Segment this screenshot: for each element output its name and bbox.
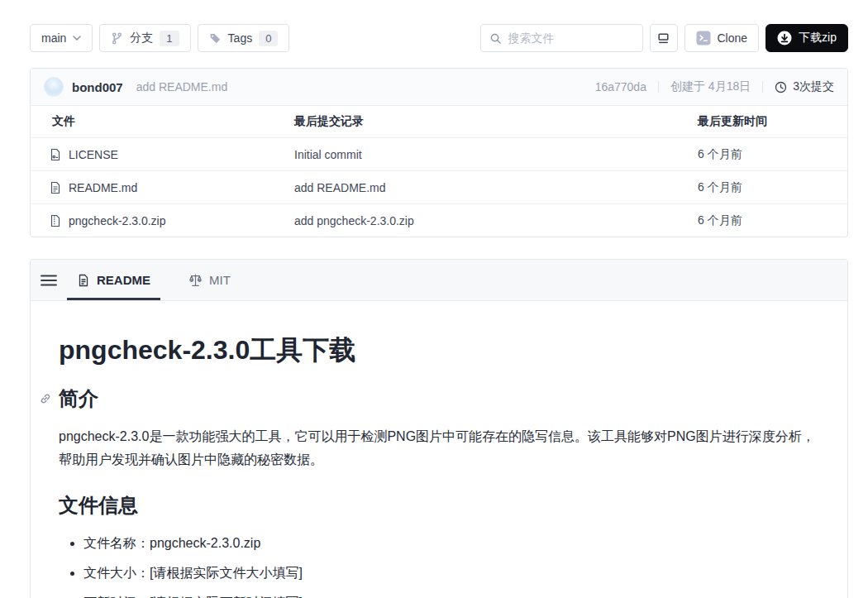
readme-header: README MIT bbox=[31, 260, 847, 301]
commit-created: 创建于 4月18日 bbox=[670, 79, 751, 94]
divider bbox=[658, 81, 659, 93]
git-branch-icon bbox=[111, 32, 123, 45]
download-zip-label: 下载zip bbox=[799, 31, 837, 45]
readme-content: pngcheck-2.3.0工具下载 简介 pngcheck-2.3.0是一款功… bbox=[31, 301, 847, 598]
file-table-header: 文件 最后提交记录 最后更新时间 bbox=[31, 106, 847, 137]
web-ide-button[interactable] bbox=[650, 24, 678, 52]
commit-link[interactable]: add pngcheck-2.3.0.zip bbox=[294, 214, 698, 227]
commit-sha[interactable]: 16a770da bbox=[595, 80, 646, 93]
table-row[interactable]: LICENSE Initial commit 6 个月前 bbox=[31, 137, 847, 170]
section-heading-intro-label: 简介 bbox=[59, 387, 98, 409]
list-item: 更新时间：[请根据实际更新时间填写] bbox=[83, 593, 819, 598]
download-icon bbox=[777, 31, 792, 45]
search-input[interactable] bbox=[508, 31, 634, 45]
tab-readme-label: README bbox=[97, 273, 150, 287]
column-header-last-updated: 最后更新时间 bbox=[698, 114, 847, 129]
file-link-readme[interactable]: README.md bbox=[31, 181, 294, 194]
clone-label: Clone bbox=[718, 31, 748, 45]
branches-count-badge: 1 bbox=[160, 31, 179, 46]
commit-link[interactable]: add README.md bbox=[294, 181, 698, 194]
tag-icon bbox=[209, 32, 222, 45]
document-icon bbox=[77, 274, 90, 287]
tab-readme[interactable]: README bbox=[67, 260, 160, 300]
avatar[interactable] bbox=[44, 77, 64, 97]
license-file-icon bbox=[49, 148, 62, 161]
anchor-link-icon[interactable] bbox=[39, 392, 52, 405]
readme-title: pngcheck-2.3.0工具下载 bbox=[59, 332, 819, 369]
tags-label: Tags bbox=[228, 31, 253, 45]
file-name-label: README.md bbox=[69, 181, 137, 194]
terminal-icon bbox=[696, 31, 711, 45]
section-heading-fileinfo: 文件信息 bbox=[59, 492, 819, 519]
readme-file-icon bbox=[49, 181, 62, 194]
scales-icon bbox=[188, 273, 203, 287]
column-header-last-commit: 最后提交记录 bbox=[294, 114, 698, 129]
divider bbox=[762, 81, 763, 93]
commit-count[interactable]: 3次提交 bbox=[775, 79, 834, 94]
repo-toolbar: main 分支 1 Tags 0 bbox=[30, 24, 848, 52]
file-updated: 6 个月前 bbox=[698, 213, 847, 228]
toolbar-right-group: Clone 下载zip bbox=[480, 24, 849, 52]
commit-count-label: 3次提交 bbox=[793, 79, 834, 94]
commit-link[interactable]: Initial commit bbox=[294, 148, 698, 161]
tab-license-mit[interactable]: MIT bbox=[179, 260, 241, 300]
file-link-zip[interactable]: pngcheck-2.3.0.zip bbox=[31, 214, 294, 227]
table-row[interactable]: pngcheck-2.3.0.zip add pngcheck-2.3.0.zi… bbox=[31, 203, 847, 237]
intro-paragraph: pngcheck-2.3.0是一款功能强大的工具，它可以用于检测PNG图片中可能… bbox=[59, 425, 819, 471]
branches-label: 分支 bbox=[130, 31, 153, 45]
latest-commit-bar: bond007 add README.md 16a770da 创建于 4月18日… bbox=[31, 69, 847, 106]
commit-message[interactable]: add README.md bbox=[136, 80, 227, 93]
file-name-label: pngcheck-2.3.0.zip bbox=[69, 214, 166, 227]
section-heading-fileinfo-label: 文件信息 bbox=[59, 494, 138, 516]
file-name-label: LICENSE bbox=[69, 148, 118, 161]
file-link-license[interactable]: LICENSE bbox=[31, 148, 294, 161]
toc-menu-icon[interactable] bbox=[41, 274, 57, 287]
table-row[interactable]: README.md add README.md 6 个月前 bbox=[31, 170, 847, 203]
branches-button[interactable]: 分支 1 bbox=[99, 24, 190, 52]
tags-count-badge: 0 bbox=[259, 31, 278, 46]
tags-button[interactable]: Tags 0 bbox=[198, 24, 290, 52]
file-search[interactable] bbox=[480, 24, 643, 52]
column-header-file: 文件 bbox=[31, 114, 294, 129]
list-item: 文件大小：[请根据实际文件大小填写] bbox=[83, 563, 819, 583]
list-item: 文件名称：pngcheck-2.3.0.zip bbox=[83, 533, 819, 553]
clock-icon bbox=[775, 81, 787, 93]
commit-author[interactable]: bond007 bbox=[72, 80, 123, 94]
repo-page: main 分支 1 Tags 0 bbox=[30, 24, 848, 598]
file-info-list: 文件名称：pngcheck-2.3.0.zip 文件大小：[请根据实际文件大小填… bbox=[59, 533, 819, 598]
branch-selector-value: main bbox=[41, 31, 66, 45]
file-updated: 6 个月前 bbox=[698, 147, 847, 162]
readme-panel: README MIT pngcheck-2.3.0工具下载 简介 pngchec… bbox=[30, 259, 848, 598]
commit-meta: 16a770da 创建于 4月18日 3次提交 bbox=[595, 79, 834, 94]
zip-file-icon bbox=[49, 214, 62, 227]
branch-selector[interactable]: main bbox=[30, 24, 93, 52]
file-updated: 6 个月前 bbox=[698, 180, 847, 195]
workstation-icon bbox=[656, 31, 670, 45]
chevron-down-icon bbox=[73, 36, 81, 41]
search-icon bbox=[489, 32, 502, 45]
files-panel: bond007 add README.md 16a770da 创建于 4月18日… bbox=[30, 68, 848, 237]
section-heading-intro: 简介 bbox=[59, 385, 819, 412]
tab-license-label: MIT bbox=[209, 273, 231, 287]
download-zip-button[interactable]: 下载zip bbox=[765, 24, 848, 52]
clone-button[interactable]: Clone bbox=[684, 24, 760, 52]
